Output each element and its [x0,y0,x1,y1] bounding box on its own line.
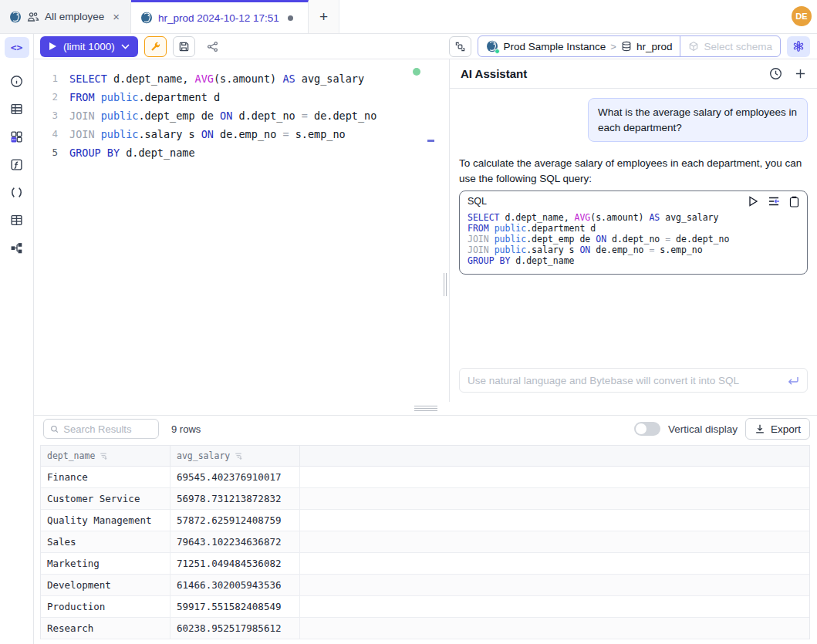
editor-toolbar: (limit 1000) Prod Sample Instance > [34,34,817,59]
table-cell-filler [300,488,809,509]
sort-filter-icon[interactable] [235,452,242,460]
cube-icon [688,41,699,52]
history-clock-icon[interactable] [769,67,782,80]
vertical-display-label: Vertical display [668,423,738,435]
table-row[interactable]: Quality Management57872.625912408759 [41,510,809,531]
table-row[interactable]: Production59917.551582408549 [41,596,809,618]
table-cell-filler [300,596,809,617]
connection-selector[interactable]: Prod Sample Instance > hr_prod Select sc… [478,35,781,57]
assistant-answer-text: To calculate the average salary of emplo… [459,156,808,187]
ai-prompt-input[interactable] [468,375,782,386]
sql-editor[interactable]: 1SELECT d.dept_name, AVG(s.amount) AS av… [34,59,441,402]
table-cell-filler [300,467,809,487]
schema-compare-button[interactable] [449,36,471,57]
editor-code-area[interactable]: 1SELECT d.dept_name, AVG(s.amount) AS av… [34,59,441,162]
status-dot-icon [495,49,500,54]
table-cell[interactable]: Finance [41,467,170,487]
table-cell[interactable]: 60238.952517985612 [170,618,300,639]
breadcrumb-separator: > [610,41,616,52]
tab-all-employee[interactable]: All employee × [0,0,131,33]
sheets-icon[interactable] [10,130,23,143]
assistant-sql-code: SELECT d.dept_name, AVG(s.amount) AS avg… [460,209,807,274]
table-row[interactable]: Marketing71251.049484536082 [41,553,809,575]
assistant-sql-line: GROUP BY d.dept_name [468,255,799,266]
copy-icon[interactable] [789,196,799,207]
line-number: 2 [34,88,69,106]
horizontal-splitter[interactable] [34,402,817,415]
parentheses-icon[interactable] [10,186,23,199]
table-cell-filler [300,575,809,595]
sql-editor-button[interactable]: <> [5,37,29,58]
table-cell[interactable]: Research [41,618,170,639]
user-avatar[interactable]: DE [792,6,812,26]
ai-assistant-panel: AI Assistant What is the average salary … [449,59,817,402]
table-cell-filler [300,553,809,574]
table-icon-2[interactable] [10,214,23,227]
insert-into-editor-icon[interactable] [768,196,780,207]
table-cell[interactable]: Production [41,596,170,617]
ai-assistant-header: AI Assistant [450,59,817,89]
table-cell[interactable]: Marketing [41,553,170,574]
wrench-icon [150,41,161,52]
table-icon[interactable] [10,103,23,116]
format-wrench-button[interactable] [144,36,167,57]
vertical-display-toggle[interactable] [634,422,660,436]
search-results-box[interactable] [43,419,159,439]
sort-filter-icon[interactable] [100,452,107,460]
new-tab-button[interactable]: + [309,0,339,33]
assistant-sql-line: SELECT d.dept_name, AVG(s.amount) AS avg… [468,212,799,223]
postgres-icon [486,40,498,52]
users-icon [27,11,39,23]
editor-line[interactable]: 4JOIN public.salary s ON de.emp_no = s.e… [34,125,441,143]
editor-line[interactable]: 1SELECT d.dept_name, AVG(s.amount) AS av… [34,69,441,88]
run-query-button[interactable]: (limit 1000) [40,36,138,57]
sql-block-label: SQL [468,196,487,207]
table-row[interactable]: Sales79643.102234636872 [41,531,809,553]
new-chat-plus-icon[interactable] [795,68,806,79]
line-number: 1 [34,69,69,88]
select-schema-segment[interactable]: Select schema [680,36,780,56]
table-cell[interactable]: Quality Management [41,510,170,531]
save-button[interactable] [173,36,195,57]
table-row[interactable]: Development61466.302005943536 [41,575,809,596]
export-button[interactable]: Export [745,418,810,440]
search-icon [50,424,59,434]
table-cell[interactable]: Development [41,575,170,595]
close-icon[interactable]: × [111,10,121,23]
editor-line[interactable]: 3JOIN public.dept_emp de ON d.dept_no = … [34,106,441,125]
enter-return-icon[interactable] [788,376,799,386]
function-icon[interactable] [10,158,23,171]
table-cell[interactable]: 69545.402376910017 [170,467,300,487]
results-controls: 9 rows Vertical display Export [34,416,817,442]
column-header-dept-name[interactable]: dept_name [41,446,170,466]
share-button[interactable] [201,36,224,57]
table-row[interactable]: Customer Service56978.731213872832 [41,488,809,510]
results-panel: 9 rows Vertical display Export dept_name… [34,415,817,644]
table-row[interactable]: Finance69545.402376910017 [41,467,809,488]
table-cell[interactable]: 57872.625912408759 [170,510,300,531]
table-cell[interactable]: 71251.049484536082 [170,553,300,574]
table-cell[interactable]: Customer Service [41,488,170,509]
assistant-sql-line: FROM public.department d [468,223,799,234]
connection-database-segment[interactable]: Prod Sample Instance > hr_prod [478,36,680,56]
table-cell[interactable]: 59917.551582408549 [170,596,300,617]
table-cell[interactable]: 56978.731213872832 [170,488,300,509]
run-sql-play-icon[interactable] [748,196,758,207]
table-cell[interactable]: 61466.302005943536 [170,575,300,595]
vertical-splitter[interactable] [441,59,449,402]
table-row[interactable]: Research60238.952517985612 [41,618,809,639]
table-cell-filler [300,618,809,639]
table-cell[interactable]: 79643.102234636872 [170,531,300,552]
table-cell[interactable]: Sales [41,531,170,552]
tab-hr-prod[interactable]: hr_prod 2024-10-12 17:51 [131,0,309,33]
search-results-input[interactable] [63,423,152,435]
scrollbar-marker [427,140,434,142]
results-table-header: dept_name avg_salary [41,446,809,467]
editor-line[interactable]: 2FROM public.department d [34,88,441,106]
schema-diagram-icon[interactable] [10,241,23,255]
editor-line[interactable]: 5GROUP BY d.dept_name [34,143,441,162]
openai-assistant-button[interactable] [787,36,810,57]
ai-chat-area: What is the average salary of employees … [450,89,817,359]
info-icon[interactable] [10,75,23,88]
column-header-avg-salary[interactable]: avg_salary [170,446,300,466]
